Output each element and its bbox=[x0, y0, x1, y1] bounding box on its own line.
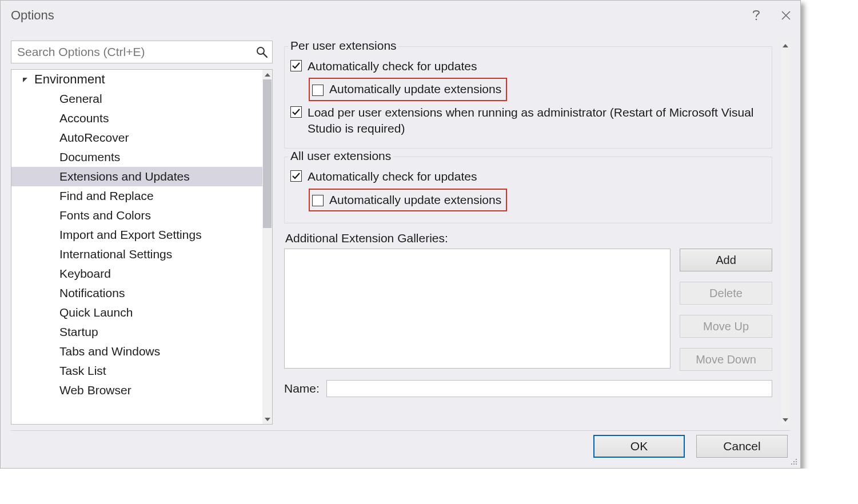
highlight-per-user-auto-update: Automatically update extensions bbox=[309, 78, 507, 101]
tree-root-label: Environment bbox=[34, 72, 105, 87]
svg-rect-2 bbox=[796, 459, 797, 460]
checkbox-per-user-auto-check[interactable] bbox=[290, 60, 302, 71]
cancel-button[interactable]: Cancel bbox=[696, 435, 788, 458]
tree-item[interactable]: Quick Launch bbox=[11, 303, 262, 322]
titlebar: Options bbox=[1, 1, 800, 30]
tree-item[interactable]: Task List bbox=[11, 361, 262, 381]
tree-item[interactable]: Find and Replace bbox=[11, 186, 262, 206]
group-legend: Per user extensions bbox=[288, 39, 399, 53]
close-button[interactable] bbox=[777, 7, 795, 24]
tree-item[interactable]: Documents bbox=[11, 147, 262, 167]
help-button[interactable] bbox=[748, 7, 765, 24]
move-down-button[interactable]: Move Down bbox=[680, 348, 772, 371]
dialog-title: Options bbox=[11, 8, 54, 23]
svg-rect-4 bbox=[796, 461, 797, 462]
tree-item[interactable]: Fonts and Colors bbox=[11, 206, 262, 225]
tree-item[interactable]: Extensions and Updates bbox=[11, 167, 262, 186]
scroll-up-icon[interactable] bbox=[262, 70, 272, 79]
checkmark-icon bbox=[292, 61, 301, 70]
checkbox-label: Automatically check for updates bbox=[308, 169, 477, 185]
search-icon bbox=[252, 46, 272, 58]
tree-item[interactable]: Tabs and Windows bbox=[11, 342, 262, 361]
resize-grip-icon[interactable] bbox=[789, 457, 799, 467]
scroll-down-icon[interactable] bbox=[780, 415, 790, 425]
checkbox-label: Automatically update extensions bbox=[329, 81, 501, 97]
delete-button[interactable]: Delete bbox=[680, 282, 772, 305]
svg-point-0 bbox=[756, 19, 757, 21]
options-tree: EnvironmentGeneralAccountsAutoRecoverDoc… bbox=[11, 69, 273, 425]
tree-item[interactable]: Web Browser bbox=[11, 381, 262, 400]
checkbox-per-user-load-admin[interactable] bbox=[290, 106, 302, 118]
scroll-thumb[interactable] bbox=[263, 79, 272, 228]
checkbox-all-user-auto-update[interactable] bbox=[312, 195, 324, 206]
highlight-all-user-auto-update: Automatically update extensions bbox=[309, 189, 507, 211]
scroll-up-icon[interactable] bbox=[780, 41, 790, 50]
help-icon bbox=[752, 9, 761, 22]
tree-item[interactable]: Accounts bbox=[11, 109, 262, 128]
ok-button[interactable]: OK bbox=[593, 435, 685, 458]
tree-item[interactable]: General bbox=[11, 89, 262, 109]
checkbox-label: Automatically update extensions bbox=[329, 192, 501, 208]
svg-rect-6 bbox=[793, 463, 795, 465]
checkbox-per-user-auto-update[interactable] bbox=[312, 85, 324, 96]
checkbox-label: Automatically check for updates bbox=[308, 58, 477, 74]
tree-item[interactable]: Keyboard bbox=[11, 264, 262, 283]
tree-scrollbar[interactable] bbox=[262, 70, 272, 424]
group-legend: All user extensions bbox=[288, 149, 393, 163]
tree-item[interactable]: Notifications bbox=[11, 283, 262, 303]
caret-down-icon bbox=[22, 76, 29, 83]
tree-item[interactable]: Import and Export Settings bbox=[11, 225, 262, 245]
panel-scrollbar[interactable] bbox=[780, 41, 790, 425]
group-all-user: All user extensions Automatically check … bbox=[284, 157, 772, 223]
svg-rect-7 bbox=[796, 463, 797, 465]
tree-item[interactable]: Startup bbox=[11, 322, 262, 342]
options-dialog: Options bbox=[0, 0, 801, 469]
checkbox-all-user-auto-check[interactable] bbox=[290, 170, 302, 182]
tree-root-environment[interactable]: Environment bbox=[11, 70, 262, 89]
search-options[interactable] bbox=[11, 41, 273, 63]
checkmark-icon bbox=[292, 107, 301, 117]
checkmark-icon bbox=[292, 171, 301, 181]
galleries-listbox[interactable] bbox=[284, 249, 671, 369]
name-input[interactable] bbox=[326, 380, 772, 397]
tree-item[interactable]: AutoRecover bbox=[11, 128, 262, 147]
group-per-user: Per user extensions Automatically check … bbox=[284, 46, 772, 149]
close-icon bbox=[780, 10, 792, 21]
tree-item[interactable]: International Settings bbox=[11, 245, 262, 264]
svg-rect-5 bbox=[791, 463, 792, 465]
galleries-label: Additional Extension Galleries: bbox=[285, 231, 772, 245]
add-button[interactable]: Add bbox=[680, 249, 772, 271]
move-up-button[interactable]: Move Up bbox=[680, 315, 772, 338]
svg-rect-3 bbox=[793, 461, 795, 462]
checkbox-label: Load per user extensions when running as… bbox=[308, 105, 766, 137]
search-input[interactable] bbox=[11, 41, 252, 63]
name-label: Name: bbox=[284, 382, 320, 395]
scroll-down-icon[interactable] bbox=[262, 414, 272, 424]
